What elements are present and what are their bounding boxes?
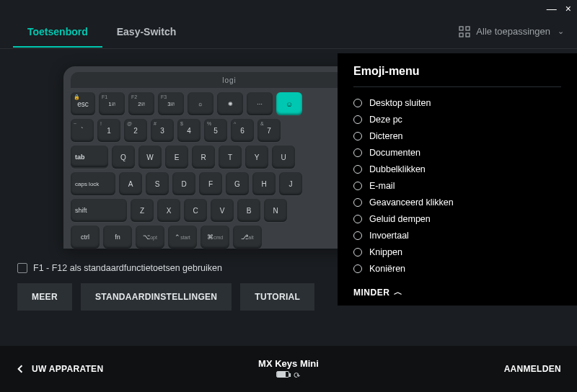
key-n[interactable]: N xyxy=(264,199,287,222)
device-info: MX Keys Mini ⟳ xyxy=(258,358,319,380)
key-f1[interactable]: F11⎚ xyxy=(99,92,125,115)
key-7[interactable]: &7 xyxy=(257,119,281,142)
tab-keyboard[interactable]: Toetsenbord xyxy=(13,16,102,48)
collapse-button[interactable]: MINDER ︿ xyxy=(353,280,561,298)
radio-icon xyxy=(353,99,362,107)
key-tab[interactable]: tab xyxy=(71,146,108,169)
key-z[interactable]: Z xyxy=(131,199,154,222)
key-2[interactable]: @2 xyxy=(124,119,147,142)
key-shift[interactable]: shift xyxy=(71,199,127,222)
key-f[interactable]: F xyxy=(199,172,222,195)
sync-icon: ⟳ xyxy=(293,370,302,380)
key-capslock[interactable]: caps lock xyxy=(71,172,115,195)
key-c[interactable]: C xyxy=(184,199,207,222)
radio-icon xyxy=(353,248,362,257)
defaults-button[interactable]: STANDAARDINSTELLINGEN xyxy=(81,283,232,311)
key-g[interactable]: G xyxy=(226,172,249,195)
menu-item[interactable]: E-mail xyxy=(353,177,561,194)
back-to-devices[interactable]: UW APPARATEN xyxy=(16,364,103,374)
all-applications-label: Alle toepassingen xyxy=(476,26,550,37)
tab-easyswitch[interactable]: Easy-Switch xyxy=(102,16,190,48)
menu-item[interactable]: Knippen xyxy=(353,244,561,260)
radio-icon xyxy=(353,148,362,157)
key-q[interactable]: Q xyxy=(112,146,135,169)
radio-icon xyxy=(353,231,362,240)
key-r[interactable]: R xyxy=(192,146,215,169)
radio-icon xyxy=(353,215,362,223)
battery-icon xyxy=(276,371,289,378)
key-6[interactable]: ^6 xyxy=(231,119,254,142)
key-v[interactable]: V xyxy=(211,199,234,222)
key-f5[interactable]: ✺ xyxy=(217,92,243,115)
menu-item[interactable]: Dubbelklikken xyxy=(353,161,561,177)
menu-item[interactable]: Desktop sluiten xyxy=(353,94,561,111)
key-tilde[interactable]: ~` xyxy=(71,119,94,142)
radio-icon xyxy=(353,198,362,207)
menu-item[interactable]: Koniëren xyxy=(353,260,561,277)
menu-item[interactable]: Deze pc xyxy=(353,111,561,128)
svg-rect-3 xyxy=(466,33,470,37)
key-f3[interactable]: F33⎚ xyxy=(158,92,184,115)
key-alt[interactable]: ⎇alt xyxy=(233,226,262,249)
key-4[interactable]: $4 xyxy=(177,119,201,142)
key-t[interactable]: T xyxy=(219,146,242,169)
std-fn-label: F1 - F12 als standaardfunctietoetsen geb… xyxy=(33,263,222,273)
svg-rect-0 xyxy=(459,27,463,30)
menu-item[interactable]: Geluid dempen xyxy=(353,210,561,227)
emoji-menu-panel: Emoji-menu Desktop sluiten Deze pc Dicte… xyxy=(338,53,577,306)
std-fn-checkbox[interactable] xyxy=(17,263,27,273)
key-s[interactable]: S xyxy=(146,172,169,195)
emoji-menu-title: Emoji-menu xyxy=(353,65,561,78)
menu-item[interactable]: Dicteren xyxy=(353,128,561,144)
key-y[interactable]: Y xyxy=(245,146,268,169)
key-opt[interactable]: ⌥opt xyxy=(136,226,164,249)
key-j[interactable]: J xyxy=(279,172,302,195)
tab-bar: Toetsenbord Easy-Switch Alle toepassinge… xyxy=(0,14,577,49)
chevron-down-icon: ⌄ xyxy=(558,27,564,36)
key-f4[interactable]: ☼ xyxy=(188,92,213,115)
menu-item[interactable]: Geavanceerd klikken xyxy=(353,194,561,210)
key-a[interactable]: A xyxy=(119,172,142,195)
key-w[interactable]: W xyxy=(138,146,162,169)
chevron-up-icon: ︿ xyxy=(394,286,403,298)
key-ctrl[interactable]: ctrl xyxy=(71,226,100,249)
key-3[interactable]: #3 xyxy=(151,119,174,142)
menu-item[interactable]: Invoertaal xyxy=(353,227,561,244)
radio-icon xyxy=(353,264,362,273)
all-applications-dropdown[interactable]: Alle toepassingen ⌄ xyxy=(459,26,564,37)
radio-icon xyxy=(353,132,362,141)
key-h[interactable]: H xyxy=(252,172,276,195)
key-b[interactable]: B xyxy=(237,199,260,222)
login-button[interactable]: AANMELDEN xyxy=(504,364,561,374)
key-1[interactable]: !1 xyxy=(97,119,120,142)
more-button[interactable]: MEER xyxy=(17,283,72,311)
radio-icon xyxy=(353,115,362,124)
key-5[interactable]: %5 xyxy=(204,119,227,142)
radio-icon xyxy=(353,182,362,190)
key-f6[interactable]: ⋯ xyxy=(247,92,273,115)
grid-icon xyxy=(459,26,470,37)
key-f2[interactable]: F22⎚ xyxy=(128,92,154,115)
bottom-bar: UW APPARATEN MX Keys Mini ⟳ AANMELDEN xyxy=(0,346,577,392)
key-cmd[interactable]: ⌘cmd xyxy=(201,226,229,249)
tutorial-button[interactable]: TUTORIAL xyxy=(240,283,314,311)
key-x[interactable]: X xyxy=(157,199,180,222)
key-start[interactable]: ⌃start xyxy=(168,226,197,249)
window-minimize[interactable]: — xyxy=(547,3,557,14)
svg-rect-2 xyxy=(459,33,463,37)
device-name: MX Keys Mini xyxy=(258,358,319,369)
window-close[interactable]: × xyxy=(565,3,571,14)
key-d[interactable]: D xyxy=(172,172,195,195)
svg-rect-1 xyxy=(466,27,470,30)
menu-item[interactable]: Documenten xyxy=(353,144,561,161)
radio-icon xyxy=(353,165,362,174)
key-esc[interactable]: 🔒esc xyxy=(71,92,95,115)
key-emoji-selected[interactable]: ☺ xyxy=(276,92,302,115)
key-e[interactable]: E xyxy=(165,146,188,169)
key-fn[interactable]: fn xyxy=(103,226,132,249)
key-u[interactable]: U xyxy=(272,146,295,169)
emoji-menu-list: Desktop sluiten Deze pc Dicteren Documen… xyxy=(353,94,561,280)
chevron-left-icon xyxy=(16,365,25,373)
